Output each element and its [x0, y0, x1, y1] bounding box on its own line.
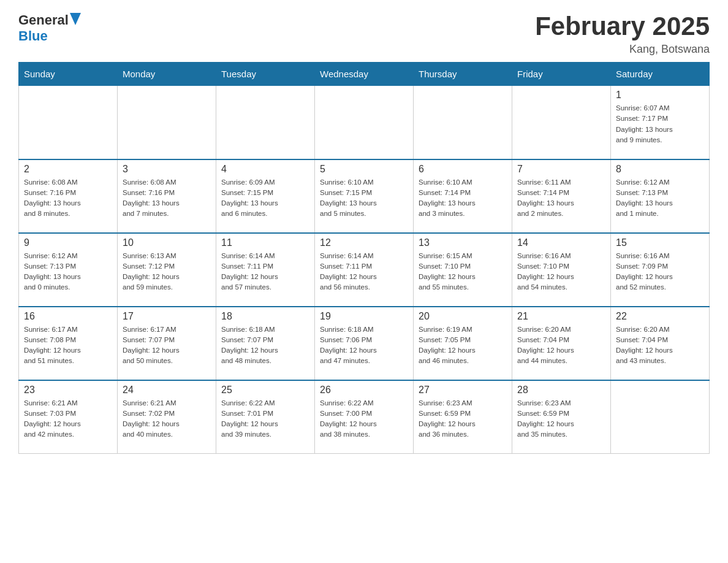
day-number: 5	[320, 164, 408, 175]
location-label: Kang, Botswana	[535, 43, 710, 56]
day-number: 19	[320, 311, 408, 322]
calendar-cell	[19, 86, 118, 159]
day-info: Sunrise: 6:23 AM Sunset: 6:59 PM Dayligh…	[517, 398, 605, 440]
day-info: Sunrise: 6:17 AM Sunset: 7:08 PM Dayligh…	[24, 324, 112, 367]
calendar-cell	[315, 86, 414, 159]
day-info: Sunrise: 6:14 AM Sunset: 7:11 PM Dayligh…	[221, 251, 309, 293]
weekday-header-monday: Monday	[118, 63, 216, 86]
calendar-cell: 1Sunrise: 6:07 AM Sunset: 7:17 PM Daylig…	[611, 86, 710, 159]
day-number: 7	[517, 164, 605, 175]
day-number: 25	[221, 385, 309, 396]
calendar-cell	[512, 86, 611, 159]
calendar-cell	[414, 86, 512, 159]
calendar-cell	[118, 86, 216, 159]
day-number: 13	[419, 237, 507, 248]
day-info: Sunrise: 6:22 AM Sunset: 7:01 PM Dayligh…	[221, 398, 309, 440]
day-info: Sunrise: 6:16 AM Sunset: 7:10 PM Dayligh…	[517, 251, 605, 293]
day-info: Sunrise: 6:23 AM Sunset: 6:59 PM Dayligh…	[419, 398, 507, 440]
day-number: 8	[616, 164, 704, 175]
day-number: 9	[24, 237, 112, 248]
day-info: Sunrise: 6:19 AM Sunset: 7:05 PM Dayligh…	[419, 324, 507, 367]
day-info: Sunrise: 6:14 AM Sunset: 7:11 PM Dayligh…	[320, 251, 408, 293]
calendar-cell: 3Sunrise: 6:08 AM Sunset: 7:16 PM Daylig…	[118, 159, 216, 233]
calendar-cell: 10Sunrise: 6:13 AM Sunset: 7:12 PM Dayli…	[118, 233, 216, 307]
day-number: 4	[221, 164, 309, 175]
day-info: Sunrise: 6:12 AM Sunset: 7:13 PM Dayligh…	[24, 251, 112, 293]
calendar-cell: 2Sunrise: 6:08 AM Sunset: 7:16 PM Daylig…	[19, 159, 118, 233]
day-number: 24	[123, 385, 211, 396]
day-info: Sunrise: 6:08 AM Sunset: 7:16 PM Dayligh…	[24, 177, 112, 220]
calendar-cell: 17Sunrise: 6:17 AM Sunset: 7:07 PM Dayli…	[118, 307, 216, 380]
day-info: Sunrise: 6:10 AM Sunset: 7:15 PM Dayligh…	[320, 177, 408, 220]
day-number: 15	[616, 237, 704, 248]
day-info: Sunrise: 6:09 AM Sunset: 7:15 PM Dayligh…	[221, 177, 309, 220]
svg-marker-0	[70, 13, 81, 25]
weekday-header-friday: Friday	[512, 63, 611, 86]
calendar-cell: 26Sunrise: 6:22 AM Sunset: 7:00 PM Dayli…	[315, 380, 414, 454]
day-number: 1	[616, 90, 704, 101]
calendar-cell: 23Sunrise: 6:21 AM Sunset: 7:03 PM Dayli…	[19, 380, 118, 454]
day-info: Sunrise: 6:21 AM Sunset: 7:02 PM Dayligh…	[123, 398, 211, 440]
calendar-cell: 13Sunrise: 6:15 AM Sunset: 7:10 PM Dayli…	[414, 233, 512, 307]
day-info: Sunrise: 6:21 AM Sunset: 7:03 PM Dayligh…	[24, 398, 112, 440]
day-info: Sunrise: 6:18 AM Sunset: 7:06 PM Dayligh…	[320, 324, 408, 367]
calendar-cell: 19Sunrise: 6:18 AM Sunset: 7:06 PM Dayli…	[315, 307, 414, 380]
day-info: Sunrise: 6:17 AM Sunset: 7:07 PM Dayligh…	[123, 324, 211, 367]
calendar-cell: 28Sunrise: 6:23 AM Sunset: 6:59 PM Dayli…	[512, 380, 611, 454]
day-info: Sunrise: 6:20 AM Sunset: 7:04 PM Dayligh…	[616, 324, 704, 367]
calendar-cell: 9Sunrise: 6:12 AM Sunset: 7:13 PM Daylig…	[19, 233, 118, 307]
day-info: Sunrise: 6:07 AM Sunset: 7:17 PM Dayligh…	[616, 103, 704, 145]
weekday-header-tuesday: Tuesday	[216, 63, 315, 86]
logo-triangle-icon	[70, 13, 81, 25]
day-info: Sunrise: 6:10 AM Sunset: 7:14 PM Dayligh…	[419, 177, 507, 220]
weekday-header-sunday: Sunday	[19, 63, 118, 86]
calendar-cell: 14Sunrise: 6:16 AM Sunset: 7:10 PM Dayli…	[512, 233, 611, 307]
day-info: Sunrise: 6:15 AM Sunset: 7:10 PM Dayligh…	[419, 251, 507, 293]
day-number: 26	[320, 385, 408, 396]
title-section: February 2025 Kang, Botswana	[535, 12, 710, 56]
calendar-cell: 7Sunrise: 6:11 AM Sunset: 7:14 PM Daylig…	[512, 159, 611, 233]
weekday-header-wednesday: Wednesday	[315, 63, 414, 86]
day-number: 22	[616, 311, 704, 322]
day-info: Sunrise: 6:18 AM Sunset: 7:07 PM Dayligh…	[221, 324, 309, 367]
day-number: 20	[419, 311, 507, 322]
month-title: February 2025	[535, 12, 710, 40]
calendar-cell: 27Sunrise: 6:23 AM Sunset: 6:59 PM Dayli…	[414, 380, 512, 454]
day-number: 6	[419, 164, 507, 175]
day-number: 21	[517, 311, 605, 322]
calendar-cell: 21Sunrise: 6:20 AM Sunset: 7:04 PM Dayli…	[512, 307, 611, 380]
calendar-cell: 18Sunrise: 6:18 AM Sunset: 7:07 PM Dayli…	[216, 307, 315, 380]
day-number: 12	[320, 237, 408, 248]
calendar-cell: 22Sunrise: 6:20 AM Sunset: 7:04 PM Dayli…	[611, 307, 710, 380]
day-info: Sunrise: 6:22 AM Sunset: 7:00 PM Dayligh…	[320, 398, 408, 440]
day-number: 23	[24, 385, 112, 396]
weekday-header-thursday: Thursday	[414, 63, 512, 86]
day-number: 17	[123, 311, 211, 322]
calendar-cell: 4Sunrise: 6:09 AM Sunset: 7:15 PM Daylig…	[216, 159, 315, 233]
day-info: Sunrise: 6:16 AM Sunset: 7:09 PM Dayligh…	[616, 251, 704, 293]
day-number: 3	[123, 164, 211, 175]
calendar-cell: 8Sunrise: 6:12 AM Sunset: 7:13 PM Daylig…	[611, 159, 710, 233]
day-number: 2	[24, 164, 112, 175]
day-info: Sunrise: 6:20 AM Sunset: 7:04 PM Dayligh…	[517, 324, 605, 367]
calendar-cell: 11Sunrise: 6:14 AM Sunset: 7:11 PM Dayli…	[216, 233, 315, 307]
day-number: 16	[24, 311, 112, 322]
day-number: 28	[517, 385, 605, 396]
calendar-cell: 16Sunrise: 6:17 AM Sunset: 7:08 PM Dayli…	[19, 307, 118, 380]
calendar-cell: 5Sunrise: 6:10 AM Sunset: 7:15 PM Daylig…	[315, 159, 414, 233]
weekday-header-saturday: Saturday	[611, 63, 710, 86]
day-info: Sunrise: 6:08 AM Sunset: 7:16 PM Dayligh…	[123, 177, 211, 220]
day-info: Sunrise: 6:13 AM Sunset: 7:12 PM Dayligh…	[123, 251, 211, 293]
calendar-cell: 12Sunrise: 6:14 AM Sunset: 7:11 PM Dayli…	[315, 233, 414, 307]
day-number: 11	[221, 237, 309, 248]
day-number: 18	[221, 311, 309, 322]
calendar-cell: 20Sunrise: 6:19 AM Sunset: 7:05 PM Dayli…	[414, 307, 512, 380]
day-number: 10	[123, 237, 211, 248]
logo-text-general: General	[18, 12, 69, 28]
day-number: 27	[419, 385, 507, 396]
calendar-cell: 6Sunrise: 6:10 AM Sunset: 7:14 PM Daylig…	[414, 159, 512, 233]
calendar-cell: 15Sunrise: 6:16 AM Sunset: 7:09 PM Dayli…	[611, 233, 710, 307]
calendar-cell: 24Sunrise: 6:21 AM Sunset: 7:02 PM Dayli…	[118, 380, 216, 454]
page-header: General Blue February 2025 Kang, Botswan…	[18, 12, 710, 56]
calendar-cell: 25Sunrise: 6:22 AM Sunset: 7:01 PM Dayli…	[216, 380, 315, 454]
